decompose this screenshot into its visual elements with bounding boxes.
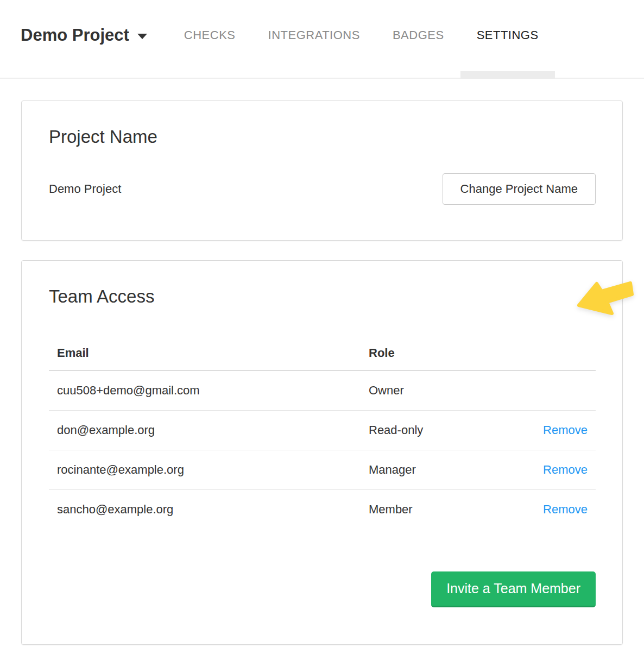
member-role: Read-only (361, 411, 519, 450)
team-access-card: Team Access Email Role cuu508+demo@gmail… (21, 260, 623, 645)
team-table-body: cuu508+demo@gmail.com Owner don@example.… (49, 370, 596, 529)
active-tab-indicator (460, 71, 555, 79)
change-project-name-button[interactable]: Change Project Name (443, 173, 596, 205)
table-row: don@example.org Read-only Remove (49, 411, 596, 450)
project-switcher-label: Demo Project (21, 26, 129, 45)
chevron-down-icon (137, 34, 147, 39)
member-email: sancho@example.org (49, 490, 361, 530)
project-name-title: Project Name (49, 127, 596, 147)
member-role: Owner (361, 370, 519, 411)
top-nav-bar: Demo Project CHECKS INTEGRATIONS BADGES … (0, 0, 644, 79)
team-access-title: Team Access (49, 286, 596, 307)
member-email: don@example.org (49, 411, 361, 450)
tab-integrations[interactable]: INTEGRATIONS (252, 0, 376, 78)
member-email: cuu508+demo@gmail.com (49, 370, 361, 411)
table-row: sancho@example.org Member Remove (49, 490, 596, 530)
team-members-table: Email Role cuu508+demo@gmail.com Owner d… (49, 336, 596, 529)
invite-team-member-button[interactable]: Invite a Team Member (431, 571, 596, 607)
member-role: Member (361, 490, 519, 530)
main-nav: CHECKS INTEGRATIONS BADGES SETTINGS (168, 0, 555, 78)
project-name-value: Demo Project (49, 182, 121, 196)
remove-member-link[interactable]: Remove (543, 502, 588, 516)
member-email: rocinante@example.org (49, 450, 361, 490)
table-row: cuu508+demo@gmail.com Owner (49, 370, 596, 411)
table-row: rocinante@example.org Manager Remove (49, 450, 596, 490)
column-header-action (519, 336, 596, 370)
column-header-email: Email (49, 336, 361, 370)
tab-badges[interactable]: BADGES (376, 0, 460, 78)
remove-member-link[interactable]: Remove (543, 463, 588, 476)
tab-checks[interactable]: CHECKS (168, 0, 252, 78)
member-role: Manager (361, 450, 519, 490)
column-header-role: Role (361, 336, 519, 370)
settings-page: Project Name Demo Project Change Project… (0, 100, 644, 645)
remove-member-link[interactable]: Remove (543, 423, 588, 437)
project-name-card: Project Name Demo Project Change Project… (21, 100, 623, 241)
project-switcher[interactable]: Demo Project (21, 26, 147, 45)
tab-settings[interactable]: SETTINGS (460, 0, 555, 78)
table-header-row: Email Role (49, 336, 596, 370)
